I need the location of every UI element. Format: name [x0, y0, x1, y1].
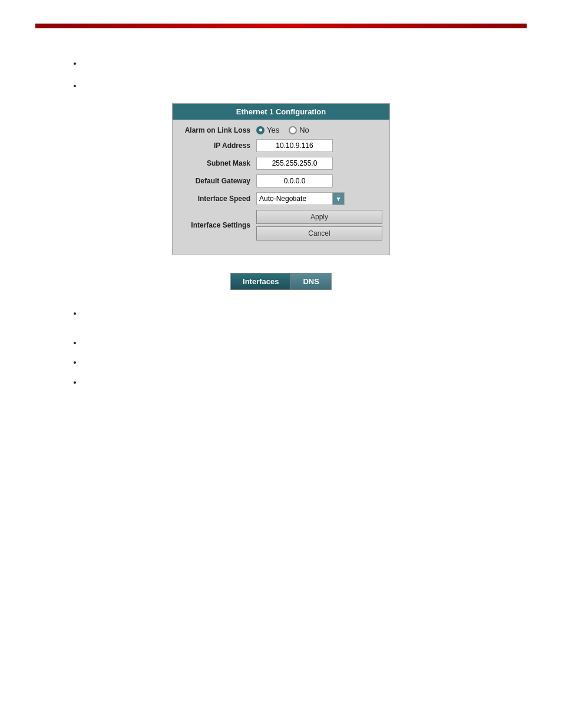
subnet-mask-input[interactable] — [256, 157, 333, 170]
subnet-mask-field-wrapper — [256, 157, 382, 170]
alarm-row: Alarm on Link Loss Yes No — [180, 126, 382, 134]
config-panel-title: Ethernet 1 Configuration — [173, 104, 389, 120]
subnet-mask-label: Subnet Mask — [180, 159, 250, 167]
tab-dns[interactable]: DNS — [290, 273, 331, 290]
alarm-no-option[interactable]: No — [289, 126, 309, 134]
chevron-down-icon[interactable] — [333, 192, 345, 205]
alarm-radio-group: Yes No — [256, 126, 382, 134]
interface-speed-select[interactable]: Auto-Negotiate 10 Mbps Half 10 Mbps Full… — [256, 192, 333, 205]
lower-bullet-item-3 — [82, 357, 515, 368]
config-panel-wrapper: Ethernet 1 Configuration Alarm on Link L… — [47, 103, 515, 255]
alarm-yes-option[interactable]: Yes — [256, 126, 279, 134]
default-gateway-label: Default Gateway — [180, 177, 250, 185]
ip-address-input[interactable] — [256, 139, 333, 152]
bullet-item-1 — [82, 58, 515, 70]
upper-bullet-list — [82, 58, 515, 91]
default-gateway-row: Default Gateway — [180, 174, 382, 187]
tab-bar: Interfaces DNS — [47, 273, 515, 290]
tab-interfaces[interactable]: Interfaces — [230, 273, 290, 290]
interface-settings-label: Interface Settings — [180, 221, 250, 229]
subnet-mask-row: Subnet Mask — [180, 157, 382, 170]
alarm-yes-radio[interactable] — [256, 126, 265, 134]
lower-section — [47, 308, 515, 388]
alarm-label: Alarm on Link Loss — [180, 126, 250, 134]
ip-address-label: IP Address — [180, 141, 250, 150]
lower-bullet-list-2 — [82, 337, 515, 388]
interface-speed-wrapper: Auto-Negotiate 10 Mbps Half 10 Mbps Full… — [256, 192, 382, 205]
apply-button[interactable]: Apply — [256, 210, 382, 224]
top-bar — [35, 24, 527, 28]
alarm-yes-label: Yes — [267, 126, 279, 134]
interface-settings-row: Interface Settings Apply Cancel — [180, 210, 382, 241]
default-gateway-input[interactable] — [256, 174, 333, 187]
default-gateway-field-wrapper — [256, 174, 382, 187]
bullet-item-2 — [82, 80, 515, 92]
alarm-no-label: No — [299, 126, 309, 134]
lower-bullet-item-1 — [82, 308, 515, 319]
lower-bullet-item-4 — [82, 377, 515, 388]
alarm-no-radio[interactable] — [289, 126, 297, 134]
lower-bullet-item-2 — [82, 337, 515, 349]
ip-address-row: IP Address — [180, 139, 382, 152]
ip-address-field-wrapper — [256, 139, 382, 152]
lower-bullet-list — [82, 308, 515, 319]
cancel-button[interactable]: Cancel — [256, 226, 382, 241]
interface-speed-label: Interface Speed — [180, 195, 250, 203]
settings-buttons: Apply Cancel — [256, 210, 382, 241]
config-panel: Ethernet 1 Configuration Alarm on Link L… — [172, 103, 390, 255]
interface-speed-row: Interface Speed Auto-Negotiate 10 Mbps H… — [180, 192, 382, 205]
